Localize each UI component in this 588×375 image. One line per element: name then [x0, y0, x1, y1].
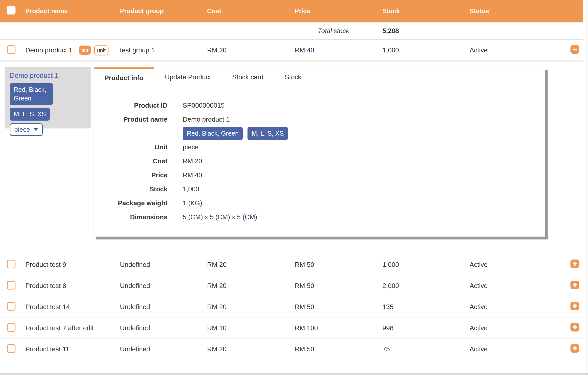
table-row-demo-product: Demo product 1 attr unit test group 1 RM… [0, 40, 583, 60]
unit-badge: unit [94, 45, 109, 55]
expanded-detail-area: Demo product 1 Red, Black, Green M, L, S… [0, 62, 583, 254]
expand-row-button[interactable] [570, 281, 579, 289]
table-row: Product test 9 Undefined RM 20 RM 50 1,0… [0, 254, 583, 275]
product-group: Undefined [120, 261, 207, 269]
product-group: Undefined [120, 345, 207, 353]
field-label-price: Price [94, 171, 167, 179]
table-row: Product test 14 Undefined RM 20 RM 50 13… [0, 296, 583, 317]
product-stock: 1,000 [382, 46, 470, 54]
field-label-stock: Stock [94, 185, 167, 193]
field-value-price: RM 40 [183, 171, 202, 179]
row-checkbox[interactable] [7, 344, 16, 353]
row-checkbox[interactable] [7, 323, 16, 332]
row-checkbox[interactable] [7, 45, 16, 54]
product-status: Active [470, 303, 570, 311]
product-name: Product test 9 [25, 261, 120, 269]
field-value-cost: RM 20 [183, 157, 202, 165]
total-stock-value: 5,208 [382, 27, 470, 35]
product-price: RM 50 [295, 282, 382, 290]
select-all-checkbox[interactable] [7, 6, 16, 15]
tab-update-product[interactable]: Update Product [154, 67, 222, 87]
field-label-dimensions: Dimensions [94, 213, 167, 221]
field-label-cost: Cost [94, 157, 167, 165]
field-value-package-weight: 1 (KG) [183, 199, 202, 207]
field-value-product-name: Demo product 1 [183, 112, 288, 126]
size-values-badge[interactable]: M, L, S, XS [10, 108, 50, 121]
expand-row-button[interactable] [570, 323, 579, 331]
product-status: Active [470, 282, 570, 290]
product-cost: RM 10 [207, 324, 295, 332]
expand-row-button[interactable] [570, 302, 579, 310]
product-status: Active [470, 345, 570, 353]
product-cost: RM 20 [207, 261, 295, 269]
field-value-product-id: SP000000015 [183, 102, 225, 109]
product-price: RM 50 [295, 261, 382, 269]
product-price: RM 50 [295, 345, 382, 353]
product-name: Product test 14 [25, 303, 120, 311]
row-checkbox[interactable] [7, 302, 16, 311]
column-header-product-name: Product name [25, 7, 120, 15]
scrollbar-track-line [586, 0, 586, 375]
horizontal-scrollbar[interactable] [0, 373, 588, 375]
column-header-price: Price [295, 7, 382, 15]
minus-icon [573, 49, 577, 50]
divider [0, 60, 583, 62]
row-checkbox[interactable] [7, 260, 16, 268]
field-label-unit: Unit [94, 143, 167, 151]
tab-stock-card[interactable]: Stock card [222, 67, 274, 87]
product-cost: RM 20 [207, 345, 295, 353]
tab-product-info[interactable]: Product info [94, 67, 154, 87]
tab-stock[interactable]: Stock [274, 67, 312, 87]
column-header-cost: Cost [207, 7, 295, 15]
product-cost: RM 20 [207, 46, 295, 54]
size-values-badge: M, L, S, XS [247, 127, 288, 140]
variant-side-card: Demo product 1 Red, Black, Green M, L, S… [5, 67, 91, 128]
product-name: Product test 7 after edit [25, 324, 120, 332]
product-stock: 998 [382, 324, 470, 332]
unit-dropdown-value: piece [14, 126, 30, 134]
column-header-product-group: Product group [120, 7, 207, 15]
tabbar-filler [312, 67, 545, 87]
product-stock: 2,000 [382, 282, 470, 290]
product-cost: RM 20 [207, 282, 295, 290]
attr-badge: attr [79, 46, 91, 55]
total-stock-label: Total stock [295, 27, 382, 35]
expand-row-button[interactable] [570, 344, 579, 353]
field-value-unit: piece [183, 143, 198, 151]
field-label-product-id: Product ID [94, 102, 167, 109]
attribute-values-badge[interactable]: Red, Black, Green [10, 83, 53, 105]
product-status: Active [470, 46, 570, 54]
row-checkbox[interactable] [7, 281, 16, 290]
product-group: Undefined [120, 282, 207, 290]
total-stock-row: Total stock 5,208 [0, 23, 583, 39]
table-row: Product test 11 Undefined RM 20 RM 50 75… [0, 338, 583, 359]
product-status: Active [470, 261, 570, 269]
product-name: Demo product 1 [25, 46, 72, 54]
product-detail-panel: Product info Update Product Stock card S… [94, 67, 545, 237]
side-card-title: Demo product 1 [10, 72, 86, 80]
column-header-stock: Stock [382, 7, 470, 15]
field-label-product-name: Product name [94, 112, 167, 126]
product-list: Product test 9 Undefined RM 20 RM 50 1,0… [0, 254, 583, 359]
product-price: RM 40 [295, 46, 382, 54]
product-info-content: Product ID SP000000015 Product name Demo… [94, 87, 545, 224]
product-group: test group 1 [120, 46, 207, 54]
product-group: Undefined [120, 303, 207, 311]
field-label-package-weight: Package weight [94, 199, 167, 207]
product-stock: 135 [382, 303, 470, 311]
detail-tabbar: Product info Update Product Stock card S… [94, 67, 545, 87]
product-group: Undefined [120, 324, 207, 332]
product-name: Product test 11 [25, 345, 120, 353]
attribute-values-badge: Red, Black, Green [183, 127, 243, 140]
collapse-row-button[interactable] [570, 45, 579, 54]
product-cost: RM 20 [207, 303, 295, 311]
unit-dropdown[interactable]: piece [10, 123, 43, 136]
product-price: RM 100 [295, 324, 382, 332]
product-price: RM 50 [295, 303, 382, 311]
table-header: Product name Product group Cost Price St… [0, 0, 583, 22]
table-row: Product test 8 Undefined RM 20 RM 50 2,0… [0, 275, 583, 296]
product-stock: 1,000 [382, 261, 470, 269]
product-status: Active [470, 324, 570, 332]
product-stock: 75 [382, 345, 470, 353]
expand-row-button[interactable] [570, 259, 579, 268]
